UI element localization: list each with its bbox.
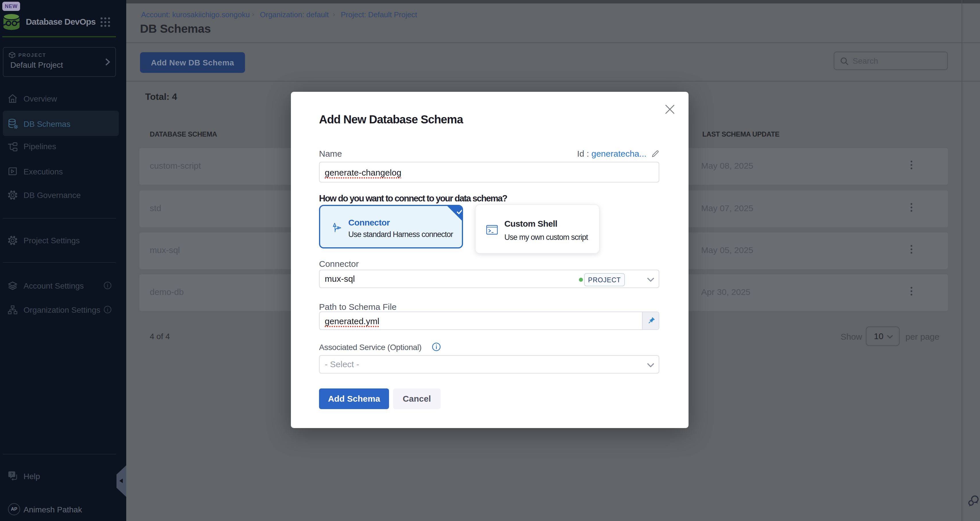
- svg-text:?: ?: [10, 472, 13, 476]
